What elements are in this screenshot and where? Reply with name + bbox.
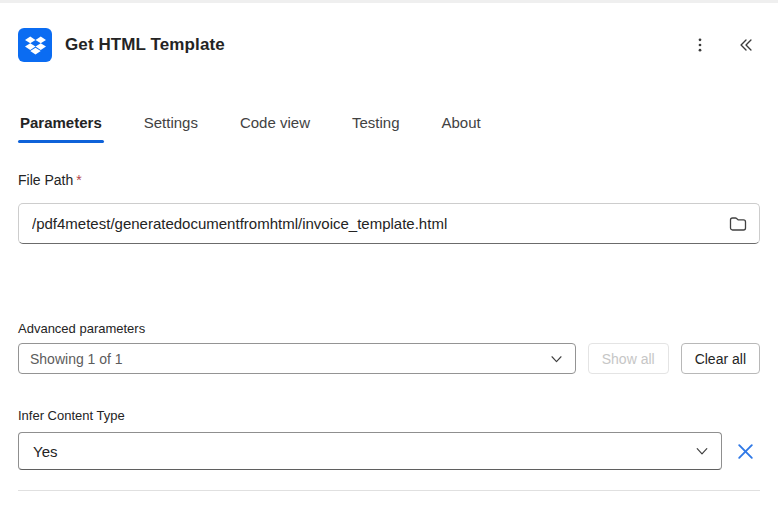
more-options-button[interactable] bbox=[684, 29, 716, 61]
tab-parameters[interactable]: Parameters bbox=[18, 112, 104, 143]
advanced-parameters-dropdown[interactable]: Showing 1 of 1 bbox=[18, 343, 576, 374]
infer-content-type-label: Infer Content Type bbox=[18, 407, 760, 425]
parameters-tab-content: File Path* Advanced parameters Showing 1… bbox=[0, 170, 778, 491]
tab-testing[interactable]: Testing bbox=[350, 112, 402, 143]
file-picker-button[interactable] bbox=[722, 209, 754, 239]
tab-settings[interactable]: Settings bbox=[142, 112, 200, 143]
double-chevron-left-icon bbox=[737, 36, 755, 54]
advanced-parameters-row: Showing 1 of 1 Show all Clear all bbox=[18, 343, 760, 374]
infer-content-type-value: Yes bbox=[33, 443, 57, 460]
dropbox-icon bbox=[18, 28, 52, 62]
bottom-divider bbox=[18, 490, 760, 491]
panel-header: Get HTML Template bbox=[0, 3, 778, 62]
remove-parameter-button[interactable] bbox=[731, 437, 759, 465]
folder-icon bbox=[728, 214, 748, 234]
show-all-button[interactable]: Show all bbox=[588, 343, 669, 374]
kebab-menu-icon bbox=[692, 37, 708, 53]
tab-code-view[interactable]: Code view bbox=[238, 112, 312, 143]
file-path-input[interactable] bbox=[18, 203, 760, 244]
chevron-down-icon bbox=[694, 443, 710, 459]
clear-all-button[interactable]: Clear all bbox=[681, 343, 760, 374]
file-path-label: File Path* bbox=[18, 170, 760, 190]
chevron-down-icon bbox=[549, 351, 564, 366]
advanced-parameters-label: Advanced parameters bbox=[18, 320, 760, 338]
infer-content-type-row: Yes bbox=[18, 432, 760, 470]
required-asterisk: * bbox=[76, 172, 81, 188]
collapse-panel-button[interactable] bbox=[730, 29, 762, 61]
infer-content-type-dropdown[interactable]: Yes bbox=[18, 432, 722, 470]
dismiss-x-icon bbox=[735, 441, 756, 462]
dropbox-logo-glyph bbox=[25, 35, 46, 56]
action-title: Get HTML Template bbox=[65, 35, 225, 55]
tab-about[interactable]: About bbox=[440, 112, 483, 143]
file-path-field bbox=[18, 203, 760, 244]
action-config-panel: Get HTML Template Parameters Settings Co… bbox=[0, 0, 778, 514]
advanced-parameters-selected-value: Showing 1 of 1 bbox=[30, 351, 123, 367]
tab-bar: Parameters Settings Code view Testing Ab… bbox=[0, 112, 778, 143]
